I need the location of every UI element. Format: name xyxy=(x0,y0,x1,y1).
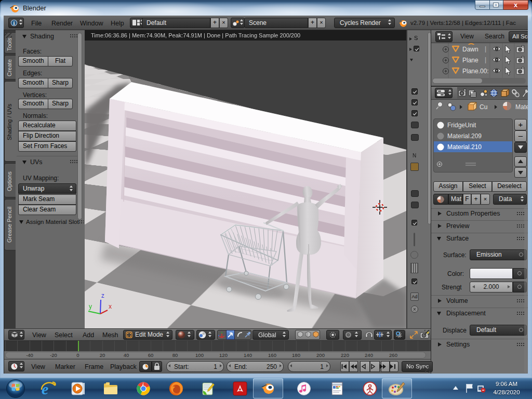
svg-text:Mate: Mate xyxy=(515,103,528,111)
svg-text:x: x xyxy=(109,303,112,310)
svg-text:Material.209: Material.209 xyxy=(447,132,482,140)
svg-text:Material.210: Material.210 xyxy=(447,143,482,151)
svg-text:z: z xyxy=(101,292,104,299)
svg-text:Dawn: Dawn xyxy=(462,46,478,53)
svg-text:Plane.00:: Plane.00: xyxy=(462,68,489,75)
svg-text:Plane: Plane xyxy=(462,57,478,64)
svg-text:FridgeUnit: FridgeUnit xyxy=(447,122,476,129)
svg-text:|: | xyxy=(485,45,486,52)
svg-text:|: | xyxy=(485,56,486,63)
svg-text:i: i xyxy=(14,20,15,26)
svg-text:y: y xyxy=(89,303,92,310)
svg-text:Cu: Cu xyxy=(480,103,487,111)
